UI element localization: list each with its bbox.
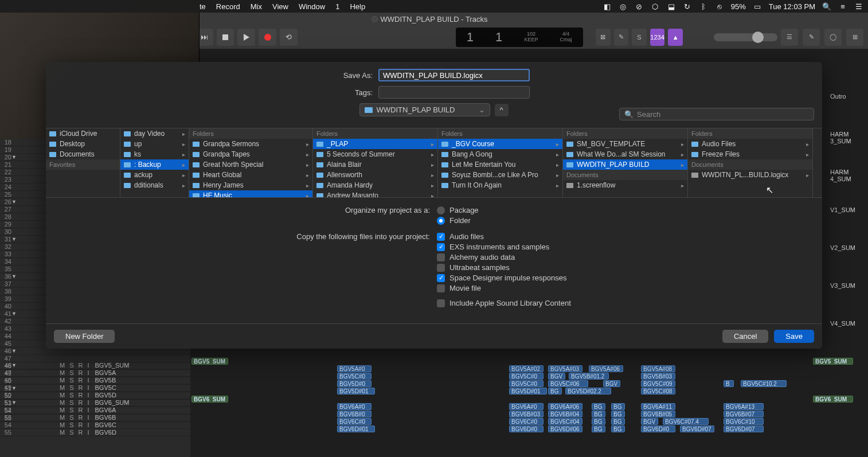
status-icon[interactable]: ◎ <box>619 2 628 11</box>
sidebar-icloud[interactable]: iCloud Drive <box>46 128 120 139</box>
status-icon[interactable]: ⬡ <box>651 2 660 11</box>
timemachine-icon[interactable]: ↻ <box>683 2 692 11</box>
mode-button[interactable]: ⊠ <box>596 29 611 46</box>
region[interactable]: BGV5C#0 <box>509 380 544 387</box>
region[interactable]: BGV6B#05 <box>641 411 675 417</box>
region[interactable]: BGV5C#0 <box>509 373 544 380</box>
region[interactable]: BG <box>611 403 625 410</box>
spotlight-icon[interactable]: 🔍 <box>822 2 831 11</box>
region[interactable]: BGV5A#0 <box>337 365 372 372</box>
region[interactable]: BGV5B#01.2 <box>569 373 609 380</box>
browser-item[interactable]: up▸ <box>120 139 189 149</box>
browser-item[interactable]: Freeze Files▸ <box>688 149 812 159</box>
browser-item[interactable]: HF Music▸ <box>189 190 312 197</box>
tags-input[interactable] <box>378 86 530 99</box>
region[interactable]: BGV6A#06 <box>548 403 582 410</box>
browser-item[interactable]: Let Me Entertain You▸ <box>438 159 562 170</box>
browser-item[interactable]: Grandpa Sermons▸ <box>189 139 312 149</box>
radio-folder-label[interactable]: Folder <box>449 216 471 225</box>
check-apple-library-label[interactable]: Include Apple Sound Library Content <box>449 299 571 307</box>
browser-item[interactable]: SM_BGV_TEMPLATE▸ <box>563 139 687 149</box>
browser-item[interactable]: WWDITN_PL...BUILD.logicx▸ <box>688 170 812 180</box>
region[interactable]: BG <box>592 425 605 432</box>
region[interactable]: BG <box>548 388 562 394</box>
track-row[interactable]: 49MSRIBGV5C <box>0 384 190 392</box>
sidebar-documents[interactable]: Documents <box>46 149 120 159</box>
region[interactable]: BG <box>611 411 625 417</box>
region[interactable]: BG <box>592 418 605 425</box>
check-exs-label[interactable]: EXS instruments and samples <box>449 243 549 251</box>
browser-item[interactable]: Amanda Hardy▸ <box>313 180 437 190</box>
browser-item[interactable]: day Video▸ <box>120 128 189 139</box>
radio-package[interactable] <box>437 206 445 214</box>
region[interactable]: BGV6B#04 <box>548 411 582 417</box>
track-row[interactable]: 52MSRIBGV6A <box>0 407 190 414</box>
track-row[interactable]: 53MSRIBGV6B <box>0 414 190 421</box>
region[interactable]: BGV5D#0 <box>337 380 372 387</box>
track-row[interactable]: 50MSRIBGV5D <box>0 392 190 399</box>
region[interactable]: BGV5C#06 <box>548 380 588 387</box>
browser-item[interactable]: Great North Special▸ <box>189 159 312 170</box>
region[interactable]: BGV5_SUM <box>191 358 228 365</box>
cancel-button[interactable]: Cancel <box>722 330 768 343</box>
stop-button[interactable] <box>217 29 234 46</box>
region[interactable]: BGV5D#01 <box>509 388 547 394</box>
check-space[interactable] <box>437 274 445 282</box>
radio-package-label[interactable]: Package <box>449 206 479 214</box>
track-row[interactable]: 46▼MSRIBGV5_SUM <box>0 362 190 369</box>
browser-item[interactable]: What We Do...al SM Session▸ <box>563 149 687 159</box>
region[interactable]: BGV6A#13 <box>724 403 764 410</box>
record-button[interactable] <box>259 29 276 46</box>
check-apple-library[interactable] <box>437 299 445 307</box>
browser-item[interactable]: Andrew Masanto▸ <box>313 190 437 197</box>
count-in-button[interactable]: 1234 <box>650 29 665 46</box>
region[interactable]: BGV5D#02.2 <box>565 388 611 394</box>
region[interactable]: BGV5C#0 <box>337 373 372 380</box>
save-button[interactable]: Save <box>774 330 814 343</box>
sidebar-desktop[interactable]: Desktop <box>46 139 120 149</box>
region[interactable]: BGV6D#06 <box>548 425 582 432</box>
menu-item-record[interactable]: Record <box>216 2 240 11</box>
region[interactable]: BGV6C#04 <box>548 418 582 425</box>
browser-item[interactable]: Grandpa Tapes▸ <box>189 149 312 159</box>
region[interactable]: BGV <box>603 380 620 387</box>
region[interactable]: BGV6D#0 <box>641 425 675 432</box>
loops-button[interactable]: ◯ <box>824 29 842 46</box>
region[interactable]: BGV6C#0 <box>337 418 372 425</box>
bluetooth-icon[interactable]: ᛒ <box>699 2 708 11</box>
region[interactable]: BGV6C#07.4 <box>663 418 709 425</box>
browser-item[interactable]: 5 Seconds of Summer▸ <box>313 149 437 159</box>
search-field[interactable]: 🔍 Search <box>619 108 814 120</box>
menu-item-help[interactable]: Help <box>350 2 365 11</box>
browser-item[interactable]: Audio Files▸ <box>688 139 812 149</box>
region[interactable]: BGV5B#03 <box>641 373 675 380</box>
notification-icon[interactable]: ☰ <box>854 2 863 11</box>
browser-item[interactable]: _PLAP▸ <box>313 139 437 149</box>
cycle-button[interactable]: ⟲ <box>280 29 298 46</box>
check-ultrabeat-label[interactable]: Ultrabeat samples <box>449 263 510 272</box>
check-space-label[interactable]: Space Designer impulse responses <box>449 274 567 282</box>
region[interactable]: BGV5C#08 <box>641 388 675 394</box>
region[interactable]: BGV6_SUM <box>191 396 228 403</box>
browser-item[interactable]: ackup▸ <box>120 170 189 180</box>
master-volume-slider[interactable] <box>714 33 777 41</box>
menu-item-1[interactable]: 1 <box>335 2 339 11</box>
new-folder-button[interactable]: New Folder <box>54 330 115 343</box>
browser-item[interactable]: Bang A Gong▸ <box>438 149 562 159</box>
radio-folder[interactable] <box>437 217 445 225</box>
region[interactable]: BGV6C#10 <box>724 418 764 425</box>
check-alchemy[interactable] <box>437 253 445 261</box>
region[interactable]: BGV6_SUM <box>813 396 853 403</box>
track-row[interactable]: 51▼MSRIBGV6_SUM <box>0 399 190 407</box>
menu-item-window[interactable]: Window <box>299 2 325 11</box>
metronome-button[interactable]: ▲ <box>668 29 683 46</box>
region[interactable]: BGV6B#07 <box>724 411 764 417</box>
track-row[interactable]: 48MSRIBGV5B <box>0 377 190 384</box>
check-ultrabeat[interactable] <box>437 264 445 272</box>
region[interactable]: BGV6D#07 <box>724 425 764 432</box>
region[interactable]: BGV6A#0 <box>337 403 372 410</box>
region[interactable]: BGV5A#06 <box>589 365 623 372</box>
menu-item-view[interactable]: View <box>272 2 288 11</box>
clock[interactable]: Tue 12:03 PM <box>769 2 815 11</box>
region[interactable]: BGV5C#10.2 <box>741 380 787 387</box>
